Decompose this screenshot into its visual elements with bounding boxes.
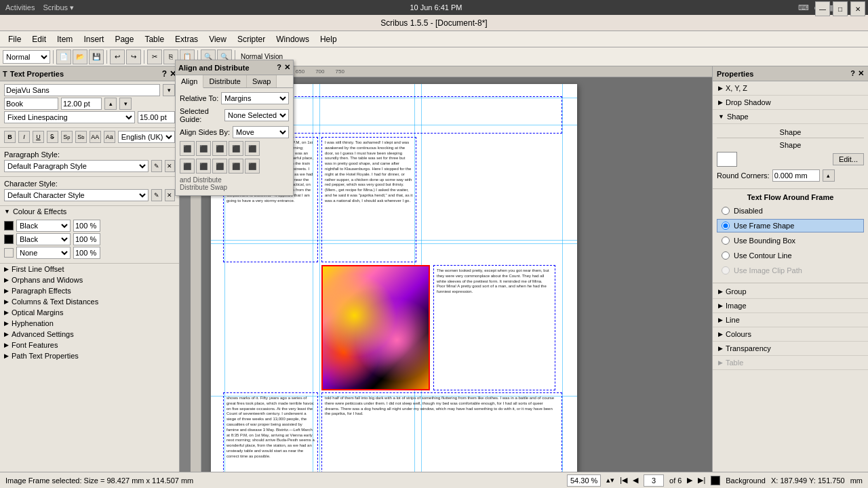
advanced-settings-row[interactable]: ▶ Advanced Settings (0, 329, 179, 340)
flow-disabled-radio[interactable] (722, 207, 730, 215)
font-features-row[interactable]: ▶ Font Features (0, 340, 179, 350)
menu-table[interactable]: Table (139, 33, 170, 45)
font-size-up[interactable]: ▴ (104, 98, 117, 110)
superscript-button[interactable]: Sp (61, 131, 73, 143)
columns-distances-row[interactable]: ▶ Columns & Text Distances (0, 296, 179, 307)
right-text-frame-upper[interactable]: I was still thirsty. Too ashamed! I slep… (321, 137, 416, 262)
paragraph-style-edit[interactable]: ✎ (151, 160, 162, 172)
align-panel-close[interactable]: ✕ (284, 63, 290, 72)
font-size-down[interactable]: ▾ (119, 98, 132, 110)
character-style-edit[interactable]: ✎ (151, 189, 162, 201)
undo-button[interactable]: ↩ (110, 49, 125, 64)
scribus-label[interactable]: Scribus ▾ (43, 3, 74, 12)
first-line-offset-row[interactable]: ▶ First Line Offset (0, 264, 179, 274)
flow-contour-line-radio[interactable] (722, 251, 730, 260)
paragraph-effects-row[interactable]: ▶ Paragraph Effects (0, 285, 179, 296)
distribute-center-h-button[interactable]: ⬛ (212, 159, 227, 174)
nav-prev[interactable]: ◀ (633, 476, 638, 485)
background-color-swatch[interactable] (711, 476, 720, 485)
flow-frame-shape-radio[interactable] (722, 222, 730, 230)
align-center-h-button[interactable]: ⬛ (196, 141, 211, 156)
minimize-button[interactable]: — (815, 1, 830, 16)
bg-color-select[interactable]: None (16, 247, 71, 259)
xyz-section[interactable]: ▶ X, Y, Z (713, 81, 868, 96)
text-properties-help[interactable]: ? (162, 69, 167, 79)
group-section[interactable]: ▶ Group (713, 285, 868, 299)
nav-last[interactable]: ▶| (698, 476, 705, 485)
distribute-v-button[interactable]: ⬛ (245, 159, 260, 174)
round-corners-input[interactable] (772, 169, 820, 182)
align-left-button[interactable]: ⬛ (180, 141, 195, 156)
character-style-select[interactable]: Default Character Style (4, 189, 149, 201)
flow-contour-line[interactable]: Use Contour Line (717, 249, 864, 262)
stroke-color-select[interactable]: Black (16, 233, 71, 245)
tab-swap[interactable]: Swap (247, 75, 277, 87)
image-section[interactable]: ▶ Image (713, 299, 868, 313)
paragraph-style-select[interactable]: Default Paragraph Style (4, 160, 149, 172)
align-top-button[interactable]: ⬛ (229, 141, 243, 156)
align-bottom-button[interactable]: ⬛ (180, 159, 195, 174)
menu-view[interactable]: View (203, 33, 232, 45)
menu-item[interactable]: Item (52, 33, 78, 45)
font-size-input[interactable] (61, 98, 102, 110)
nav-first[interactable]: |◀ (620, 476, 627, 485)
align-right-button[interactable]: ⬛ (212, 141, 227, 156)
right-text-frame-middle[interactable]: The women looked pretty, except when you… (433, 265, 555, 390)
flow-bounding-box[interactable]: Use Bounding Box (717, 234, 864, 247)
language-select[interactable]: English (UK) (118, 131, 175, 143)
bold-button[interactable]: B (4, 131, 16, 143)
properties-close[interactable]: ✕ (858, 69, 864, 78)
transparency-section[interactable]: ▶ Transparency (713, 342, 868, 356)
colours-section[interactable]: ▶ Colours (713, 327, 868, 342)
round-corners-up[interactable]: ▴ (823, 169, 835, 182)
flow-bounding-box-radio[interactable] (722, 237, 730, 245)
cut-button[interactable]: ✂ (147, 49, 162, 64)
strikethrough-button[interactable]: S̶ (47, 131, 58, 143)
stroke-color-swatch[interactable] (4, 235, 14, 244)
all-caps-button[interactable]: AA (90, 131, 101, 143)
tab-distribute[interactable]: Distribute (203, 75, 246, 87)
bg-color-pct[interactable] (73, 247, 100, 259)
font-browse-button[interactable]: ▾ (163, 84, 175, 96)
shape-section-header[interactable]: ▼ Shape (713, 110, 868, 124)
stroke-color-pct[interactable] (73, 233, 100, 245)
activities-label[interactable]: Activities (5, 3, 35, 12)
menu-windows[interactable]: Windows (271, 33, 315, 45)
colour-effects-row[interactable]: ▼ Colour & Effects (0, 206, 179, 217)
tab-align[interactable]: Align (176, 75, 203, 88)
open-button[interactable]: 📂 (73, 49, 87, 64)
optical-margins-row[interactable]: ▶ Optical Margins (0, 307, 179, 318)
text-color-select[interactable]: Black (16, 220, 71, 232)
text-color-pct[interactable] (73, 220, 100, 232)
text-color-swatch[interactable] (4, 221, 14, 230)
distribute-h-button[interactable]: ⬛ (196, 159, 211, 174)
menu-scripter[interactable]: Scripter (232, 33, 271, 45)
line-spacing-input[interactable] (138, 111, 175, 123)
line-section[interactable]: ▶ Line (713, 313, 868, 327)
font-style-input[interactable] (4, 98, 58, 110)
drop-shadow-section[interactable]: ▶ Drop Shadow (713, 96, 868, 110)
selected-guide-select[interactable]: None Selected (224, 109, 289, 121)
menu-edit[interactable]: Edit (26, 33, 52, 45)
orphans-widows-row[interactable]: ▶ Orphans and Widows (0, 274, 179, 285)
right-text-frame-lower[interactable]: told half of them fall into big dark wit… (321, 392, 562, 472)
zoom-input[interactable] (567, 474, 601, 487)
view-mode-select[interactable]: Normal (3, 50, 50, 64)
character-style-clear[interactable]: ✕ (165, 189, 176, 201)
menu-extras[interactable]: Extras (170, 33, 203, 45)
relative-to-select[interactable]: Margins Page Selection (221, 92, 289, 104)
flow-frame-shape[interactable]: Use Frame Shape (717, 219, 864, 232)
new-button[interactable]: 📄 (56, 49, 71, 64)
italic-button[interactable]: I (18, 131, 30, 143)
underline-button[interactable]: U (33, 131, 44, 143)
align-center-v-button[interactable]: ⬛ (245, 141, 260, 156)
close-button[interactable]: ✕ (850, 1, 865, 16)
menu-file[interactable]: File (3, 33, 26, 45)
image-frame-selected[interactable] (321, 265, 430, 390)
path-text-properties-row[interactable]: ▶ Path Text Properties (0, 350, 179, 361)
flow-disabled[interactable]: Disabled (717, 204, 864, 218)
menu-help[interactable]: Help (315, 33, 342, 45)
paragraph-style-clear[interactable]: ✕ (165, 160, 176, 172)
menu-page[interactable]: Page (109, 33, 139, 45)
page-input[interactable] (644, 474, 664, 487)
